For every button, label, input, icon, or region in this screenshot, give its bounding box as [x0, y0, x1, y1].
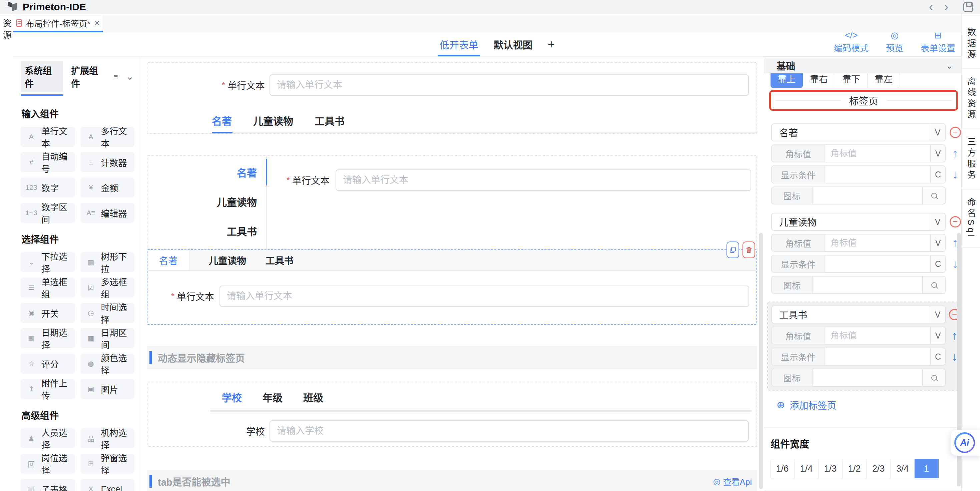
tab-class[interactable]: 班级 [303, 389, 323, 404]
tab-children-books[interactable]: 儿童读物 [148, 187, 266, 216]
width-1-6-button[interactable]: 1/6 [770, 459, 795, 478]
tab-grade[interactable]: 年级 [262, 389, 283, 404]
section-basic[interactable]: 基础 ⌄ [764, 58, 961, 73]
list-icon[interactable]: ≡ [114, 72, 118, 81]
single-line-text-input[interactable] [269, 75, 749, 96]
component-dropdown[interactable]: ⌄下拉选择 [21, 252, 75, 272]
tab-classics[interactable]: 名著 [212, 113, 232, 128]
component-org-picker[interactable]: 品机构选择 [80, 428, 135, 448]
width-3-4-button[interactable]: 3/4 [891, 459, 915, 478]
rail-item-third-party-services[interactable]: 三方服务 [962, 129, 980, 189]
position-right-button[interactable]: 靠右 [803, 73, 835, 88]
badge-value-input[interactable] [824, 145, 930, 162]
component-single-line-text[interactable]: A单行文本 [21, 127, 75, 147]
canvas-scrollbar[interactable] [759, 233, 763, 489]
width-1-2-button[interactable]: 1/2 [843, 459, 867, 478]
editor-tab[interactable]: 布局控件-标签页* × [13, 14, 103, 32]
width-full-button[interactable]: 1 [915, 459, 939, 478]
condition-toggle[interactable]: C [930, 165, 946, 183]
rail-item-offline-resources[interactable]: 离线资源 [962, 69, 980, 129]
component-amount[interactable]: ¥金额 [80, 178, 135, 197]
width-2-3-button[interactable]: 2/3 [867, 459, 891, 478]
position-bottom-button[interactable]: 靠下 [835, 73, 868, 88]
position-left-button[interactable]: 靠左 [868, 73, 900, 88]
component-switch[interactable]: ◉开关 [21, 303, 75, 323]
add-tab-button[interactable]: ⊕ 添加标签页 [776, 398, 961, 412]
single-line-text-input[interactable] [220, 286, 749, 307]
component-checkbox-group[interactable]: ☑多选框组 [80, 278, 135, 297]
tabs-widget-school[interactable]: 学校 年级 班级 学校 [147, 381, 757, 447]
component-number[interactable]: 123数字 [21, 178, 75, 197]
remove-tab-button[interactable]: − [950, 127, 961, 138]
code-mode-button[interactable]: </> 编码模式 [834, 31, 869, 54]
tab-default-view[interactable]: 默认视图 [494, 32, 532, 56]
icon-search-button[interactable] [922, 369, 946, 386]
remove-tab-button[interactable]: − [950, 216, 961, 227]
component-number-range[interactable]: 1~3数字区间 [21, 203, 75, 223]
display-condition-input[interactable] [824, 255, 930, 273]
move-up-button[interactable]: ↑ [952, 146, 958, 160]
component-file-upload[interactable]: ↥附件上传 [21, 379, 75, 399]
display-condition-input[interactable] [824, 165, 930, 183]
rail-item-datasource[interactable]: 数据源 [962, 19, 980, 69]
tab-reference-books[interactable]: 工具书 [266, 250, 294, 270]
tab-reference-books[interactable]: 工具书 [148, 216, 266, 246]
view-api-link[interactable]: ◎查看Api [713, 475, 752, 487]
single-line-text-input[interactable] [336, 170, 751, 191]
badge-value-input[interactable] [824, 327, 930, 345]
icon-search-button[interactable] [922, 186, 946, 205]
display-condition-input[interactable] [824, 348, 930, 365]
component-post-picker[interactable]: 回岗位选择 [21, 454, 75, 474]
width-1-4-button[interactable]: 1/4 [795, 459, 819, 478]
component-editor[interactable]: A≡编辑器 [80, 203, 135, 223]
preview-button[interactable]: ◎ 预览 [886, 31, 903, 54]
tab-classics[interactable]: 名著 [148, 157, 266, 187]
tab-school[interactable]: 学校 [222, 389, 242, 404]
component-counter[interactable]: ±计数器 [80, 152, 135, 172]
tab-extension-components[interactable]: 扩展组件 [71, 64, 105, 90]
tab-name-input[interactable]: 名著V [771, 124, 946, 141]
component-tree-dropdown[interactable]: ▥树形下拉 [80, 252, 135, 272]
badge-value-input[interactable] [824, 234, 930, 252]
tabs-widget-left[interactable]: 名著 儿童读物 工具书 *单行文本 [147, 156, 757, 249]
move-down-button[interactable]: ↓ [952, 167, 958, 181]
component-sub-table[interactable]: ▦子表格 [21, 479, 75, 491]
save-icon[interactable] [963, 2, 973, 12]
width-1-3-button[interactable]: 1/3 [819, 459, 843, 478]
icon-input[interactable] [812, 369, 922, 386]
component-dialog-picker[interactable]: ⊞弹窗选择 [80, 454, 135, 474]
component-excel[interactable]: XExcel [80, 479, 135, 491]
add-view-button[interactable]: + [548, 37, 555, 51]
rail-item-resources[interactable]: 资源 [2, 19, 11, 491]
tab-name-input[interactable]: 儿童读物V [771, 213, 946, 231]
tab-name-input[interactable]: 工具书V [771, 305, 946, 324]
forward-icon[interactable]: › [939, 1, 954, 13]
icon-input[interactable] [812, 276, 922, 294]
back-icon[interactable]: ‹ [923, 1, 939, 13]
component-radio-group[interactable]: ☰单选框组 [21, 278, 75, 297]
variable-toggle[interactable]: V [930, 234, 946, 252]
tab-lowcode-form[interactable]: 低开表单 [440, 32, 478, 56]
tab-children-books[interactable]: 儿童读物 [253, 113, 293, 128]
icon-input[interactable] [812, 186, 922, 205]
condition-toggle[interactable]: C [930, 255, 946, 273]
ai-assistant-button[interactable]: Ai [951, 430, 980, 456]
component-color-picker[interactable]: ◍颜色选择 [80, 354, 135, 373]
variable-toggle[interactable]: V [930, 145, 946, 162]
delete-widget-button[interactable] [743, 242, 755, 258]
tabs-widget-card-selected[interactable]: 名著 儿童读物 工具书 *单行文本 [147, 249, 757, 324]
component-date-picker[interactable]: ▦日期选择 [21, 328, 75, 348]
component-auto-number[interactable]: #自动编号 [21, 152, 75, 172]
close-icon[interactable]: × [94, 19, 100, 28]
tab-classics[interactable]: 名著 [148, 250, 189, 270]
component-image[interactable]: ▣图片 [80, 379, 135, 399]
component-multi-line-text[interactable]: A多行文本 [80, 127, 135, 147]
tabs-widget-bottom[interactable]: *单行文本 名著 儿童读物 工具书 [147, 62, 757, 134]
chevron-down-icon[interactable]: ⌄ [126, 74, 134, 80]
condition-toggle[interactable]: C [930, 348, 946, 365]
variable-toggle[interactable]: V [930, 306, 945, 323]
school-input[interactable] [269, 420, 749, 442]
position-top-button[interactable]: 靠上 [770, 73, 803, 88]
rail-item-named-sql[interactable]: 命名Sql [962, 189, 980, 248]
variable-toggle[interactable]: V [930, 124, 945, 141]
